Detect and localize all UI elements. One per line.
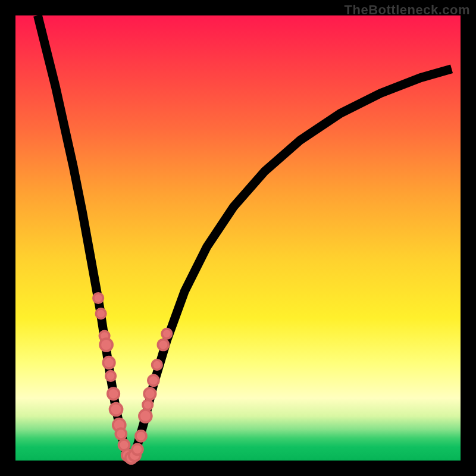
data-dot xyxy=(115,428,126,439)
watermark-text: TheBottleneck.com xyxy=(345,2,470,18)
data-dot xyxy=(96,309,105,318)
curve-svg xyxy=(15,15,461,461)
data-dot xyxy=(162,329,171,339)
chart-frame: TheBottleneck.com xyxy=(0,0,476,476)
data-dot xyxy=(139,410,152,422)
data-dot xyxy=(100,339,112,351)
data-dot xyxy=(132,444,143,455)
data-dot xyxy=(106,371,115,381)
plot-area xyxy=(15,15,461,461)
data-dot xyxy=(93,293,103,303)
data-dot xyxy=(152,360,162,369)
data-dot xyxy=(103,357,114,368)
data-dot xyxy=(110,403,123,416)
data-dot xyxy=(108,388,119,399)
curve-right xyxy=(130,69,452,459)
data-dot xyxy=(144,388,155,399)
data-dot xyxy=(158,340,168,350)
data-dot xyxy=(148,375,159,386)
data-dot xyxy=(143,400,152,409)
data-dot xyxy=(136,431,146,441)
